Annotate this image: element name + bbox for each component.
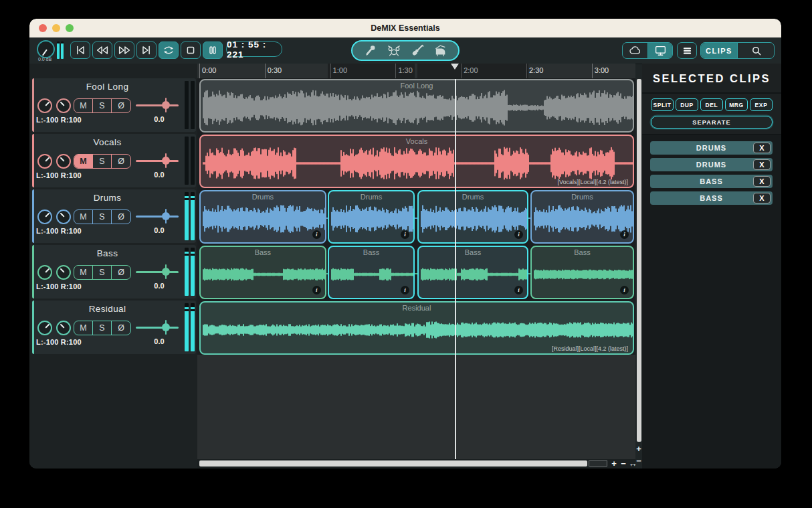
skip-start-icon — [72, 43, 88, 58]
pan-right-knob[interactable] — [56, 265, 71, 280]
selected-clip-item[interactable]: DRUMSX — [650, 141, 773, 155]
gain-slider[interactable] — [136, 216, 179, 218]
phase-button[interactable]: Ø — [112, 155, 130, 168]
clip-selected[interactable]: Drumsi — [417, 190, 528, 244]
phase-button[interactable]: Ø — [112, 321, 130, 335]
pan-left-knob[interactable] — [37, 265, 52, 280]
zoom-in-button[interactable]: + — [609, 459, 619, 469]
timeline-ruler[interactable]: 0:000:301:001:302:002:303:00 — [197, 64, 635, 79]
clip[interactable]: Fool Long — [199, 79, 634, 133]
clip-info-icon[interactable]: i — [514, 286, 523, 294]
stop-button[interactable] — [181, 41, 201, 59]
clip[interactable]: Bassi — [530, 246, 634, 299]
selected-clip-item[interactable]: BASSX — [650, 175, 773, 188]
clip[interactable]: Drumsi — [199, 190, 326, 244]
solo-button[interactable]: S — [93, 321, 112, 335]
pan-right-knob[interactable] — [56, 321, 71, 335]
app-window: DeMIX Essentials 0.0 dB 01 : 55 : 221 — [29, 19, 781, 469]
pan-left-knob[interactable] — [37, 98, 52, 113]
mute-button[interactable]: M — [74, 266, 93, 279]
rewind-button[interactable] — [92, 41, 112, 59]
clip[interactable]: Residual[Residual][Local][4.2 (latest)] — [199, 301, 634, 355]
clip[interactable]: Bassi — [199, 246, 326, 299]
pan-right-knob[interactable] — [56, 209, 71, 224]
menu-button[interactable] — [677, 42, 697, 59]
del-clip-button[interactable]: DEL — [700, 98, 723, 111]
clip-info-icon[interactable]: i — [620, 286, 629, 294]
solo-button[interactable]: S — [93, 266, 112, 279]
pan-right-knob[interactable] — [56, 154, 71, 169]
mute-button[interactable]: M — [74, 155, 93, 168]
selected-clip-item[interactable]: BASSX — [650, 191, 773, 205]
h-scroll-thumb[interactable] — [199, 460, 587, 467]
gain-slider-handle[interactable] — [162, 323, 170, 331]
remove-clip-button[interactable]: X — [753, 143, 771, 153]
pan-left-knob[interactable] — [37, 209, 52, 224]
gain-slider-handle[interactable] — [162, 101, 170, 109]
phase-button[interactable]: Ø — [112, 99, 130, 112]
remove-clip-button[interactable]: X — [753, 176, 771, 187]
skip-start-button[interactable] — [70, 41, 90, 59]
gain-slider-handle[interactable] — [162, 268, 170, 276]
gain-slider[interactable] — [136, 271, 179, 273]
solo-button[interactable]: S — [93, 210, 112, 224]
remove-clip-button[interactable]: X — [753, 159, 771, 170]
clip[interactable]: Vocals[Vocals][Local][4.2 (latest)] — [199, 135, 634, 188]
clip-info-icon[interactable]: i — [401, 230, 409, 239]
phase-button[interactable]: Ø — [112, 210, 130, 224]
clip-selected[interactable]: Drumsi — [328, 190, 415, 244]
mrg-clip-button[interactable]: MRG — [725, 98, 748, 111]
gain-value: 0.0 — [146, 171, 173, 179]
master-volume-knob[interactable] — [37, 40, 55, 58]
gain-slider[interactable] — [136, 160, 179, 162]
clip-selected[interactable]: Bassi — [328, 246, 415, 299]
clip-info-icon[interactable]: i — [312, 286, 321, 294]
remove-clip-button[interactable]: X — [753, 193, 771, 203]
zoom-out-button[interactable]: − — [619, 459, 628, 469]
playhead-marker[interactable] — [451, 64, 459, 70]
fast-forward-button[interactable] — [114, 41, 134, 59]
clip-info-icon[interactable]: i — [514, 230, 523, 239]
gain-slider-handle[interactable] — [162, 157, 170, 165]
clip[interactable]: Drumsi — [530, 190, 634, 244]
vertical-scrollbar[interactable]: + − — [636, 79, 642, 469]
dup-clip-button[interactable]: DUP — [676, 98, 698, 111]
pan-left-knob[interactable] — [37, 321, 52, 335]
clip-info-icon[interactable]: i — [401, 286, 409, 294]
skip-end-button[interactable] — [136, 41, 157, 59]
solo-button[interactable]: S — [93, 99, 112, 112]
selected-clip-item[interactable]: DRUMSX — [650, 158, 773, 171]
clip-selected[interactable]: Bassi — [417, 246, 528, 299]
clip-info-icon[interactable]: i — [620, 230, 629, 239]
local-device-button[interactable] — [647, 43, 672, 58]
pan-left-knob[interactable] — [37, 154, 52, 169]
phase-button[interactable]: Ø — [112, 266, 130, 279]
separate-button[interactable]: SEPARATE — [651, 116, 773, 129]
solo-button[interactable]: S — [93, 155, 112, 168]
pan-right-knob[interactable] — [56, 98, 71, 113]
panel-title: SELECTED CLIPS — [642, 72, 781, 85]
v-scroll-thumb[interactable] — [637, 79, 641, 442]
piano-icon — [433, 44, 448, 58]
mute-button[interactable]: M — [74, 210, 93, 224]
gain-slider[interactable] — [136, 104, 179, 106]
track-meter-right — [191, 303, 195, 351]
main-toolbar: 0.0 dB 01 : 55 : 221 CLI — [29, 37, 781, 64]
separation-sources-button[interactable] — [351, 40, 460, 61]
mute-button[interactable]: M — [74, 99, 93, 112]
loop-button[interactable] — [159, 41, 179, 59]
gain-slider-handle[interactable] — [162, 212, 170, 220]
pause-button[interactable] — [203, 41, 223, 59]
search-button[interactable] — [737, 43, 774, 58]
track-name: Drums — [32, 193, 183, 203]
clip-info-icon[interactable]: i — [312, 230, 321, 239]
mute-solo-phase-group: MSØ — [74, 98, 131, 113]
mute-button[interactable]: M — [74, 321, 93, 335]
exp-clip-button[interactable]: EXP — [750, 98, 773, 111]
clips-view-button[interactable]: CLIPS — [701, 43, 737, 58]
horizontal-scrollbar[interactable]: + − ↔ — [197, 459, 635, 469]
cloud-button[interactable] — [623, 43, 647, 58]
split-clip-button[interactable]: SPLIT — [651, 98, 674, 111]
gain-slider[interactable] — [136, 327, 179, 329]
selected-clips-panel: SELECTED CLIPS SPLITDUPDELMRGEXP SEPARAT… — [642, 64, 781, 469]
